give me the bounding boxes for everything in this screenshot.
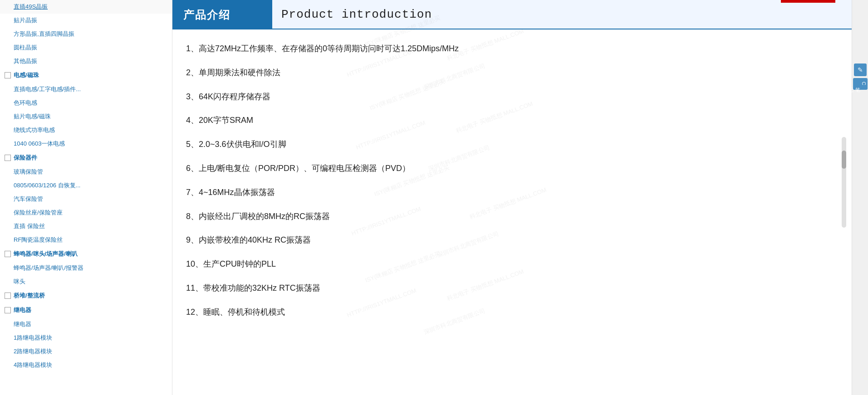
sidebar-item-mic[interactable]: 咪头 xyxy=(0,275,172,288)
sidebar-item-round-column[interactable]: 圆柱晶振 xyxy=(0,41,172,54)
header-blue-box: 产品介绍 xyxy=(172,0,272,29)
sidebar-item-buzzer-speaker[interactable]: 蜂鸣器/场声器/喇叭/报警器 xyxy=(0,261,172,275)
category-checkbox-bridge-category[interactable] xyxy=(5,293,11,299)
sidebar-item-square-direct[interactable]: 方形晶振,直插四脚晶振 xyxy=(0,27,172,41)
category-label-bridge-category: 桥堆/整流桥 xyxy=(14,292,45,300)
sidebar-item-relay-1ch[interactable]: 1路继电器模块 xyxy=(0,331,172,345)
sidebar-item-direct-fuse[interactable]: 直插 保险丝 xyxy=(0,219,172,233)
note-button[interactable]: C笔记 xyxy=(853,78,868,90)
feature-item-12: 12、睡眠、停机和待机模式 xyxy=(186,300,838,324)
sidebar-category-inductor-category[interactable]: 电感/磁珠 xyxy=(0,68,172,83)
note-icon[interactable]: ✎ xyxy=(854,63,867,76)
sidebar-item-0805-fuse[interactable]: 0805/0603/1206 自恢复... xyxy=(0,179,172,192)
feature-item-9: 9、内嵌带校准的40KHz RC振荡器 xyxy=(186,228,838,252)
sidebar-item-relay-4ch[interactable]: 4路继电器模块 xyxy=(0,358,172,372)
header-title-text: Product introduction xyxy=(281,8,432,21)
scrollbar-thumb[interactable] xyxy=(842,151,846,169)
category-label-buzzer-category: 蜂鸣器/咪头/场声器/喇叭 xyxy=(14,250,78,258)
sidebar-item-glass-fuse[interactable]: 玻璃保险管 xyxy=(0,165,172,179)
feature-item-8: 8、内嵌经出厂调校的8MHz的RC振荡器 xyxy=(186,205,838,229)
sidebar-item-fuse-holder[interactable]: 保险丝座/保险管座 xyxy=(0,206,172,219)
scrollbar-track[interactable] xyxy=(842,137,846,228)
sidebar-item-zhibo49s[interactable]: 直插49S晶振 xyxy=(0,0,172,14)
sidebar-item-rf-fuse[interactable]: RF陶瓷温度保险丝 xyxy=(0,233,172,247)
sidebar-item-relay-2ch[interactable]: 2路继电器模块 xyxy=(0,345,172,358)
main-content: 产品介绍 Product introduction 1、高达72MHz工作频率、… xyxy=(172,0,852,395)
category-checkbox-buzzer-category[interactable] xyxy=(5,251,11,257)
feature-item-10: 10、生产CPU时钟的PLL xyxy=(186,252,838,276)
right-panel: ✎ C笔记 xyxy=(852,0,868,395)
feature-list: 1、高达72MHz工作频率、在存储器的0等待周期访问时可达1.25DMips/M… xyxy=(172,37,852,324)
sidebar-item-paster[interactable]: 贴片晶振 xyxy=(0,14,172,27)
feature-item-2: 2、单周期乘法和硬件除法 xyxy=(186,61,838,85)
header-blue-label: 产品介绍 xyxy=(183,8,230,22)
category-label-inductor-category: 电感/磁珠 xyxy=(14,71,39,79)
sidebar-item-other-crystal[interactable]: 其他晶振 xyxy=(0,54,172,68)
feature-item-11: 11、带校准功能的32KHz RTC振荡器 xyxy=(186,276,838,300)
feature-item-1: 1、高达72MHz工作频率、在存储器的0等待周期访问时可达1.25DMips/M… xyxy=(186,37,838,61)
sidebar-item-relay[interactable]: 继电器 xyxy=(0,317,172,331)
top-red-bar xyxy=(781,0,835,3)
sidebar: 直插49S晶振贴片晶振方形晶振,直插四脚晶振圆柱晶振其他晶振电感/磁珠直插电感/… xyxy=(0,0,172,395)
feature-item-3: 3、64K闪存程序储存器 xyxy=(186,85,838,109)
sidebar-item-1040-inductor[interactable]: 1040 0603一体电感 xyxy=(0,137,172,151)
sidebar-item-direct-inductor[interactable]: 直插电感/工字电感/插件... xyxy=(0,83,172,96)
product-intro-header: 产品介绍 Product introduction xyxy=(172,0,852,29)
sidebar-category-fuse-category[interactable]: 保险器件 xyxy=(0,151,172,165)
sidebar-category-bridge-category[interactable]: 桥堆/整流桥 xyxy=(0,288,172,303)
feature-item-4: 4、20K字节SRAM xyxy=(186,108,838,132)
sidebar-item-car-fuse[interactable]: 汽车保险管 xyxy=(0,192,172,206)
sidebar-item-patch-inductor[interactable]: 贴片电感/磁珠 xyxy=(0,110,172,123)
category-checkbox-inductor-category[interactable] xyxy=(5,72,11,78)
category-label-relay-category: 继电器 xyxy=(14,306,31,314)
category-checkbox-relay-category[interactable] xyxy=(5,307,11,313)
feature-item-5: 5、2.0~3.6伏供电和I/O引脚 xyxy=(186,132,838,156)
feature-item-7: 7、4~16MHz晶体振荡器 xyxy=(186,180,838,205)
sidebar-item-color-ring-inductor[interactable]: 色环电感 xyxy=(0,96,172,110)
header-title-area: Product introduction xyxy=(272,0,852,29)
sidebar-category-relay-category[interactable]: 继电器 xyxy=(0,303,172,317)
category-label-fuse-category: 保险器件 xyxy=(14,154,37,162)
sidebar-item-wound-inductor[interactable]: 绕线式功率电感 xyxy=(0,123,172,137)
category-checkbox-fuse-category[interactable] xyxy=(5,155,11,161)
feature-item-6: 6、上电/断电复位（POR/PDR）、可编程电压检测器（PVD） xyxy=(186,156,838,180)
sidebar-category-buzzer-category[interactable]: 蜂鸣器/咪头/场声器/喇叭 xyxy=(0,247,172,261)
